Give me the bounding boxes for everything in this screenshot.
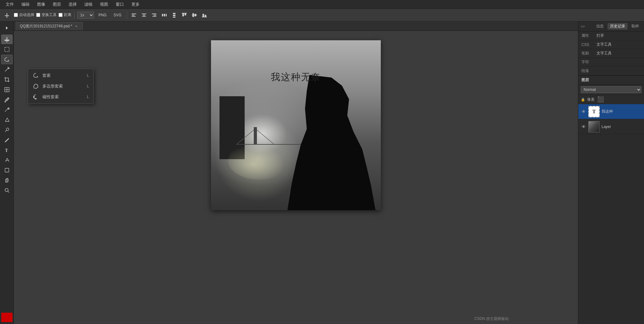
path-select-tool[interactable]: [1, 155, 13, 165]
autoselect-checkbox[interactable]: 自动选择: [14, 12, 34, 18]
mag-lasso-label: 磁性套索: [42, 94, 59, 100]
align-bottom-btn[interactable]: [200, 11, 208, 19]
pixel-label: 像素: [587, 97, 595, 102]
menu-edit[interactable]: 编辑: [18, 1, 33, 8]
svg-marker-25: [6, 26, 8, 30]
svg-rect-43: [5, 168, 9, 172]
smudge-tool[interactable]: [1, 105, 13, 115]
document-tab[interactable]: QQ图片20191215122749.psd * ×: [16, 22, 83, 30]
format-svg-btn[interactable]: SVG: [111, 12, 124, 19]
align-top-btn[interactable]: [180, 11, 188, 19]
context-menu: 套索 L 多边形套索 L 磁性套索 L: [28, 69, 94, 104]
tab-bar: QQ图片20191215122749.psd * ×: [14, 21, 578, 31]
blend-mode-row: Normal Multiply Screen Overlay: [578, 85, 644, 95]
svg-point-38: [8, 108, 9, 109]
lasso-shortcut: L: [87, 73, 89, 78]
canvas-workspace[interactable]: 我这种无奈 套索 L 多边形套索: [14, 31, 578, 324]
mag-lasso-tool-menu-item[interactable]: 磁性套索 L: [28, 92, 93, 102]
align-right-btn[interactable]: [150, 11, 158, 19]
format-png-btn[interactable]: PNG: [96, 12, 109, 19]
layer-eye-image[interactable]: 👁: [581, 124, 586, 130]
svg-line-45: [8, 191, 9, 193]
svg-point-44: [5, 188, 8, 192]
menu-more[interactable]: 更多: [128, 1, 143, 8]
move-tool-btn[interactable]: [2, 11, 12, 19]
svg-rect-23: [205, 15, 206, 17]
tab-history[interactable]: 历史记录: [608, 23, 628, 30]
layers-panel: 图层 Normal Multiply Screen Overlay 🔒 像素 ⬛…: [578, 75, 644, 324]
layer-eye-text[interactable]: 👁: [581, 109, 586, 115]
text-tool[interactable]: T: [1, 145, 13, 155]
tab-info[interactable]: 信息: [594, 23, 606, 30]
magic-wand-tool[interactable]: [1, 65, 13, 74]
lasso-icon: [32, 72, 39, 79]
svg-rect-16: [182, 13, 184, 16]
transform-checkbox[interactable]: 变换工具: [36, 12, 57, 18]
svg-rect-9: [153, 16, 156, 17]
zoom-tool[interactable]: [1, 186, 13, 195]
distance-checkbox[interactable]: 距离: [58, 12, 71, 18]
marquee-tool[interactable]: [1, 45, 13, 54]
menu-bar: 文件 编辑 图像 图层 选择 滤镜 视图 窗口 更多: [0, 0, 644, 9]
distribute-horiz-btn[interactable]: [160, 11, 168, 19]
menu-view[interactable]: 视图: [97, 1, 111, 8]
poly-lasso-label: 多边形套索: [42, 83, 63, 89]
eyedropper-tool[interactable]: [1, 95, 13, 104]
svg-text:T: T: [5, 148, 8, 153]
css-value[interactable]: 文字工具: [597, 42, 612, 47]
svg-rect-4: [142, 14, 146, 14]
canvas-image[interactable]: 我这种无奈: [211, 40, 381, 210]
lasso-label: 套索: [42, 73, 51, 78]
attr-value[interactable]: 打开: [597, 33, 604, 38]
slice-tool[interactable]: [1, 85, 13, 94]
svg-marker-53: [34, 84, 38, 88]
menu-layer[interactable]: 图层: [50, 1, 64, 8]
svg-rect-27: [5, 47, 9, 52]
svg-line-40: [5, 130, 7, 132]
menu-select[interactable]: 选择: [65, 1, 80, 8]
svg-line-28: [8, 60, 8, 62]
brush-label: 笔刷: [581, 51, 594, 56]
prop-row-brush: 笔刷 文字工具: [578, 49, 644, 58]
hand-tool[interactable]: [1, 176, 13, 185]
canvas-text-overlay[interactable]: 我这种无奈: [271, 71, 321, 84]
panel-collapse-icon[interactable]: <>: [581, 25, 585, 28]
tab-sample[interactable]: 取样: [629, 23, 641, 30]
foreground-color[interactable]: [1, 313, 13, 322]
layer-thumb-image: [588, 121, 600, 132]
dodge-tool[interactable]: [1, 125, 13, 135]
right-panel: <> 信息 历史记录 取样 属性 打开 CSS 文字工具 笔刷 文字工具: [578, 21, 644, 324]
layers-title: 图层: [581, 77, 589, 83]
svg-marker-26: [4, 37, 9, 42]
tab-close-btn[interactable]: ×: [74, 24, 79, 28]
zoom-dropdown[interactable]: 1x2x0.5x: [77, 12, 94, 19]
lasso-tool-menu-item[interactable]: 套索 L: [28, 70, 93, 81]
svg-point-55: [34, 97, 35, 98]
layer-item-image[interactable]: 👁 Layer: [578, 119, 644, 134]
sep1: [74, 11, 75, 19]
menu-image[interactable]: 图像: [34, 1, 48, 8]
crop-tool[interactable]: [1, 75, 13, 84]
menu-window[interactable]: 窗口: [113, 1, 127, 8]
blur-tool[interactable]: [1, 115, 13, 125]
align-middle-btn[interactable]: [190, 11, 198, 19]
shape-tool[interactable]: [1, 165, 13, 175]
lasso-tool[interactable]: [1, 55, 13, 64]
lock-row: 🔒 像素 ⬛: [578, 95, 644, 104]
panel-top: <> 信息 历史记录 取样: [578, 21, 644, 31]
move-tool[interactable]: [1, 35, 13, 44]
distribute-vert-btn[interactable]: [170, 11, 178, 19]
blend-mode-select[interactable]: Normal Multiply Screen Overlay: [581, 86, 641, 93]
pen-tool[interactable]: [1, 135, 13, 145]
svg-marker-0: [5, 13, 9, 18]
menu-file[interactable]: 文件: [3, 1, 17, 8]
menu-filter[interactable]: 滤镜: [81, 1, 96, 8]
collapse-tool-btn[interactable]: [1, 23, 13, 33]
align-left-btn[interactable]: [130, 11, 138, 19]
brush-value[interactable]: 文字工具: [597, 51, 612, 56]
poly-lasso-tool-menu-item[interactable]: 多边形套索 L: [28, 81, 93, 92]
layer-item-text[interactable]: 👁 T 我这种: [578, 104, 644, 119]
mag-lasso-shortcut: L: [87, 95, 89, 99]
align-center-btn[interactable]: [140, 11, 148, 19]
toolbox: T: [0, 21, 14, 324]
